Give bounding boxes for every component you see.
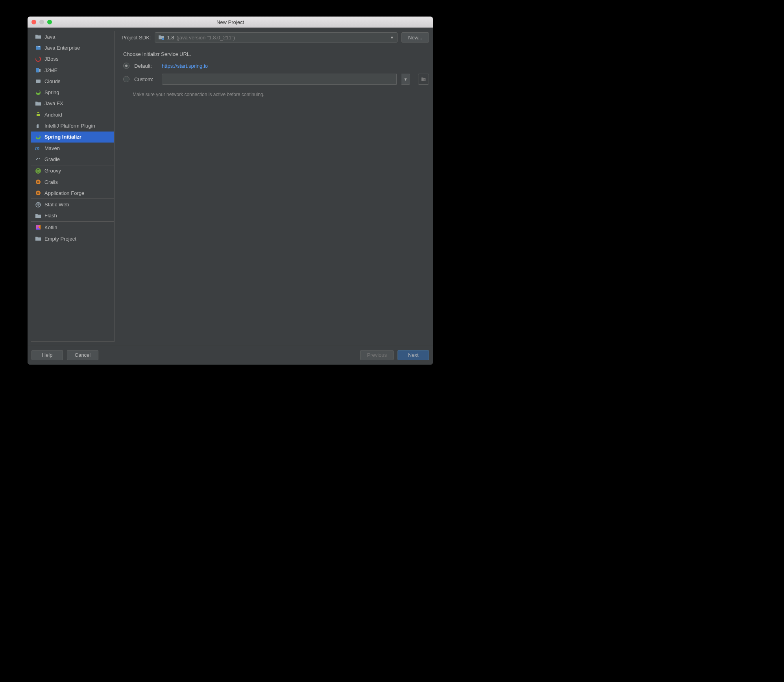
svg-rect-5 — [36, 68, 39, 72]
sidebar-item-jboss[interactable]: JBoss — [31, 54, 114, 65]
sidebar-item-label: IntelliJ Platform Plugin — [44, 123, 95, 129]
sidebar-item-gradle[interactable]: Gradle — [31, 154, 114, 165]
sidebar-item-maven[interactable]: mMaven — [31, 143, 114, 154]
sidebar-item-label: Flash — [44, 213, 57, 219]
sidebar-item-static-web[interactable]: Static Web — [31, 199, 114, 210]
jboss-icon — [35, 56, 41, 62]
sidebar-item-android[interactable]: Android — [31, 109, 114, 120]
network-hint: Make sure your network connection is act… — [133, 92, 429, 97]
svg-point-9 — [39, 113, 39, 113]
svg-text:m: m — [35, 145, 40, 151]
sidebar-item-j2me[interactable]: J2ME — [31, 65, 114, 76]
custom-url-dropdown-button[interactable]: ▼ — [401, 74, 410, 85]
flash-icon — [35, 213, 41, 219]
svg-rect-0 — [36, 46, 41, 50]
custom-url-row: Custom: ▼ — [122, 74, 429, 85]
intellij-plugin-icon — [35, 123, 41, 129]
svg-rect-6 — [39, 69, 41, 72]
titlebar: New Project — [28, 17, 433, 28]
dialog-footer: Help Cancel Previous Next — [28, 345, 433, 365]
sidebar-item-label: Static Web — [44, 202, 69, 208]
svg-rect-7 — [36, 80, 41, 83]
next-button[interactable]: Next — [398, 350, 429, 360]
new-sdk-button[interactable]: New... — [401, 32, 429, 43]
sidebar-item-label: Gradle — [44, 156, 60, 162]
kotlin-icon — [35, 224, 41, 230]
cancel-button[interactable]: Cancel — [67, 350, 98, 360]
static-web-icon — [35, 202, 41, 208]
sidebar-item-javafx[interactable]: Java FX — [31, 98, 114, 109]
dialog-content: JavaJava EnterpriseJBossJ2MECloudsSpring… — [28, 28, 433, 345]
spring-initializr-icon — [35, 134, 41, 140]
sdk-version: 1.8 — [167, 35, 174, 41]
svg-point-8 — [37, 113, 37, 113]
svg-text:G: G — [37, 169, 40, 173]
settings-icon-button[interactable] — [418, 74, 429, 85]
sidebar-item-grails[interactable]: Grails — [31, 176, 114, 187]
empty-icon — [35, 235, 41, 242]
project-type-sidebar: JavaJava EnterpriseJBossJ2MECloudsSpring… — [31, 31, 115, 342]
sidebar-item-label: Java FX — [44, 100, 63, 106]
android-icon — [35, 111, 41, 118]
custom-label: Custom: — [134, 76, 157, 82]
custom-radio[interactable] — [123, 76, 129, 82]
svg-point-4 — [36, 57, 41, 61]
svg-rect-20 — [162, 38, 164, 40]
default-url-row: Default: https://start.spring.io — [122, 63, 429, 69]
default-label: Default: — [134, 63, 157, 69]
sidebar-item-kotlin[interactable]: Kotlin — [31, 222, 114, 233]
new-project-dialog: New Project JavaJava EnterpriseJBossJ2ME… — [28, 17, 433, 365]
sidebar-item-app-forge[interactable]: Application Forge — [31, 187, 114, 198]
sidebar-item-groovy[interactable]: GGroovy — [31, 165, 114, 176]
sidebar-item-java[interactable]: Java — [31, 31, 114, 42]
spring-icon — [35, 89, 41, 96]
sidebar-item-label: Java Enterprise — [44, 45, 80, 51]
sidebar-item-label: Spring Initializr — [44, 134, 81, 140]
sidebar-item-label: Spring — [44, 89, 59, 95]
sidebar-item-flash[interactable]: Flash — [31, 210, 114, 221]
previous-button[interactable]: Previous — [360, 350, 394, 360]
svg-rect-1 — [37, 46, 37, 47]
sidebar-item-spring-initializr[interactable]: Spring Initializr — [31, 132, 114, 143]
j2me-icon — [35, 67, 41, 73]
sidebar-item-spring[interactable]: Spring — [31, 87, 114, 98]
sidebar-item-label: JBoss — [44, 56, 58, 62]
sidebar-item-label: Java — [44, 34, 55, 40]
app-forge-icon — [35, 190, 41, 196]
chevron-down-icon: ▼ — [390, 35, 394, 40]
sidebar-item-label: Android — [44, 112, 62, 118]
folder-icon — [158, 34, 165, 41]
sidebar-item-label: Empty Project — [44, 236, 76, 242]
default-url-link[interactable]: https://start.spring.io — [162, 63, 208, 69]
sidebar-item-empty[interactable]: Empty Project — [31, 233, 114, 244]
svg-rect-2 — [38, 46, 39, 47]
main-panel: Project SDK: 1.8 (java version "1.8.0_21… — [115, 28, 433, 345]
default-radio[interactable] — [123, 63, 129, 69]
sdk-row: Project SDK: 1.8 (java version "1.8.0_21… — [122, 32, 429, 43]
sidebar-item-label: Kotlin — [44, 224, 57, 230]
sidebar-item-label: Application Forge — [44, 190, 84, 196]
folder-settings-icon — [421, 76, 426, 82]
section-title: Choose Initializr Service URL. — [123, 51, 429, 57]
sdk-dropdown[interactable]: 1.8 (java version "1.8.0_211") ▼ — [155, 32, 397, 43]
javafx-icon — [35, 100, 41, 107]
sdk-label: Project SDK: — [122, 35, 151, 41]
sidebar-item-java-enterprise[interactable]: Java Enterprise — [31, 42, 114, 53]
chevron-down-icon: ▼ — [404, 77, 408, 82]
sidebar-item-label: Groovy — [44, 168, 61, 174]
custom-url-input[interactable] — [162, 74, 397, 85]
svg-rect-10 — [37, 125, 39, 128]
window-title: New Project — [28, 19, 433, 25]
sidebar-item-label: J2ME — [44, 67, 57, 73]
maven-icon: m — [35, 145, 41, 151]
java-icon — [35, 33, 41, 40]
svg-rect-3 — [39, 46, 40, 47]
sdk-detail: (java version "1.8.0_211") — [177, 35, 235, 41]
grails-icon — [35, 179, 41, 185]
sidebar-item-clouds[interactable]: Clouds — [31, 76, 114, 87]
sidebar-item-label: Maven — [44, 145, 60, 151]
sidebar-item-label: Grails — [44, 179, 58, 185]
help-button[interactable]: Help — [31, 350, 63, 360]
gradle-icon — [35, 156, 41, 162]
sidebar-item-intellij-plugin[interactable]: IntelliJ Platform Plugin — [31, 120, 114, 131]
